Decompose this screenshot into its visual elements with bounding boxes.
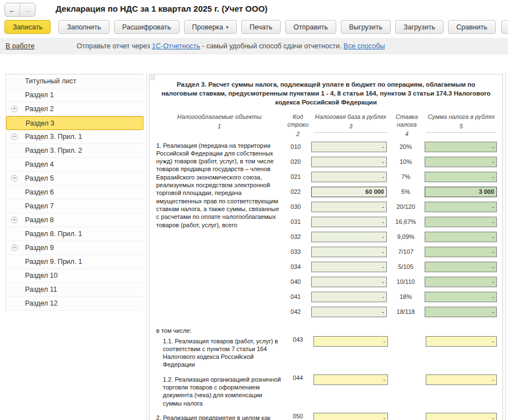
row-code: 020 <box>285 158 307 165</box>
base-field-020[interactable]: - <box>311 157 387 167</box>
col-rate-num: 4 <box>405 131 409 138</box>
base-field-041[interactable]: - <box>311 292 387 302</box>
base-field-034[interactable]: - <box>311 262 387 272</box>
tax-row-042: 042-18/118- <box>280 307 497 317</box>
sidebar-item-section3[interactable]: Раздел 3 <box>6 116 143 130</box>
col-base-num: 3 <box>349 123 352 131</box>
expand-plus-icon[interactable]: + <box>11 217 18 223</box>
fill-button[interactable]: Заполнить <box>58 20 109 34</box>
sum-field-040[interactable]: - <box>425 277 497 287</box>
sidebar-item-section5[interactable]: +Раздел 5 <box>6 172 143 186</box>
base-field-033[interactable]: - <box>311 247 387 257</box>
save-button[interactable]: Записать <box>4 20 51 34</box>
attachments-button[interactable] <box>501 20 508 34</box>
back-arrow-icon[interactable]: ← <box>5 3 20 16</box>
row-code: 032 <box>285 233 307 240</box>
sidebar-item-section7[interactable]: Раздел 7 <box>6 199 143 213</box>
sidebar-item-section10[interactable]: Раздел 10 <box>6 269 143 283</box>
sum-field-030[interactable]: - <box>425 202 497 212</box>
tax-row-033: 033-7/107- <box>280 247 497 257</box>
base-field-040[interactable]: - <box>311 277 387 287</box>
sum-field-042[interactable]: - <box>425 307 497 317</box>
expand-plus-icon[interactable]: + <box>11 133 18 140</box>
sidebar-item-label: Титульный лист <box>25 77 76 85</box>
sidebar-item-section2[interactable]: +Раздел 2 <box>6 102 143 116</box>
sum-field-031[interactable]: - <box>425 217 497 227</box>
right-splitter[interactable] <box>505 73 506 420</box>
sum-field-021[interactable]: - <box>425 172 497 182</box>
base-field-010[interactable]: - <box>311 142 387 152</box>
1c-reporting-link[interactable]: 1С-Отчетность <box>152 42 200 50</box>
rate-label: 20/120 <box>391 203 420 210</box>
sidebar-item-section4[interactable]: Раздел 4 <box>6 158 143 172</box>
tax-row-040: 040-10/110- <box>280 277 497 287</box>
base-field-032[interactable]: - <box>311 232 387 242</box>
send-button[interactable]: Отправить <box>285 20 336 34</box>
base-field-043[interactable]: - <box>313 336 388 347</box>
rate-label: 18% <box>391 293 420 300</box>
col-rate-label: Ставка налога <box>392 113 421 129</box>
sidebar-item-section9[interactable]: +Раздел 9 <box>6 241 143 255</box>
col-sum-rule <box>426 132 497 133</box>
decode-button[interactable]: Расшифровать <box>114 20 180 34</box>
sum-field-033[interactable]: - <box>425 247 497 257</box>
sidebar-item-section8[interactable]: +Раздел 8 <box>6 213 143 227</box>
base-field-042[interactable]: - <box>311 307 387 317</box>
report-state-link[interactable]: В работе <box>6 42 34 50</box>
col-base-label: Налоговая база в рублях <box>315 113 386 121</box>
col-base-rule <box>313 132 388 133</box>
sidebar-item-label: Раздел 5 <box>25 174 54 182</box>
export-button[interactable]: Выгрузить <box>341 20 391 34</box>
chevron-down-icon: ▾ <box>226 24 229 30</box>
base-field-031[interactable]: - <box>311 217 387 227</box>
compare-button[interactable]: Сравнить <box>448 20 496 34</box>
sum-field-044[interactable]: - <box>426 374 497 385</box>
sum-field-050[interactable]: - <box>426 413 497 420</box>
page-title: Декларация по НДС за 1 квартал 2025 г. (… <box>56 4 267 13</box>
base-field-030[interactable]: - <box>311 202 387 212</box>
sidebar-item-label: Раздел 6 <box>25 188 54 196</box>
status-text-2: - самый удобный способ сдачи отчетности. <box>200 42 343 50</box>
all-ways-link[interactable]: Все способы <box>343 42 385 50</box>
forward-arrow-icon[interactable]: → <box>20 3 35 16</box>
expand-plus-icon[interactable]: + <box>11 175 18 182</box>
base-field-050[interactable]: - <box>313 413 388 420</box>
sidebar-item-section6[interactable]: Раздел 6 <box>6 186 143 199</box>
sidebar-item-section9-app1[interactable]: Раздел 9. Прил. 1 <box>6 255 143 269</box>
left-splitter[interactable] <box>146 73 147 420</box>
expand-plus-icon[interactable]: + <box>11 244 18 251</box>
sum-field-034[interactable]: - <box>425 262 497 272</box>
sidebar-item-label: Раздел 3. Прил. 1 <box>25 133 82 141</box>
tax-row-022: 02260 0005%3 000 <box>280 187 497 197</box>
row-code: 050 <box>287 413 309 420</box>
col-objects-label: Налогооблагаемые объекты <box>177 113 262 121</box>
sidebar-item-section8-app1[interactable]: Раздел 8. Прил. 1 <box>6 227 143 241</box>
sidebar-item-section3-app2[interactable]: Раздел 3. Прил. 2 <box>6 144 143 158</box>
subsection-label: 2. Реализация предприятия в целом как им… <box>156 413 282 420</box>
sum-field-041[interactable]: - <box>425 292 497 302</box>
import-button[interactable]: Загрузить <box>395 20 444 34</box>
sidebar-item-title-page[interactable]: Титульный лист <box>6 74 143 88</box>
print-button[interactable]: Печать <box>241 20 281 34</box>
expand-plus-icon[interactable]: + <box>11 106 18 112</box>
sidebar-item-section11[interactable]: Раздел 11 <box>6 283 143 297</box>
status-text: Отправьте отчет через <box>77 42 152 50</box>
sidebar-item-section3-app1[interactable]: +Раздел 3. Прил. 1 <box>6 130 143 144</box>
sidebar-item-label: Раздел 1 <box>25 91 54 99</box>
check-label: Проверка <box>192 23 223 31</box>
sum-field-032[interactable]: - <box>425 232 497 242</box>
rate-label: 10/110 <box>391 278 420 285</box>
check-dropdown-button[interactable]: Проверка ▾ <box>184 20 237 34</box>
sections-sidebar: Титульный лист Раздел 1 +Раздел 2 Раздел… <box>6 74 143 311</box>
row-code: 030 <box>285 203 307 210</box>
sum-field-022[interactable]: 3 000 <box>425 187 497 197</box>
sum-field-043[interactable]: - <box>426 336 497 347</box>
col-sum-num: 5 <box>460 123 463 131</box>
base-field-021[interactable]: - <box>311 172 387 182</box>
base-field-022[interactable]: 60 000 <box>311 187 387 197</box>
base-field-044[interactable]: - <box>313 374 388 385</box>
sidebar-item-section12[interactable]: Раздел 12 <box>6 297 143 311</box>
sum-field-010[interactable]: - <box>425 142 497 152</box>
sum-field-020[interactable]: - <box>425 157 497 167</box>
sidebar-item-section1[interactable]: Раздел 1 <box>6 88 143 102</box>
